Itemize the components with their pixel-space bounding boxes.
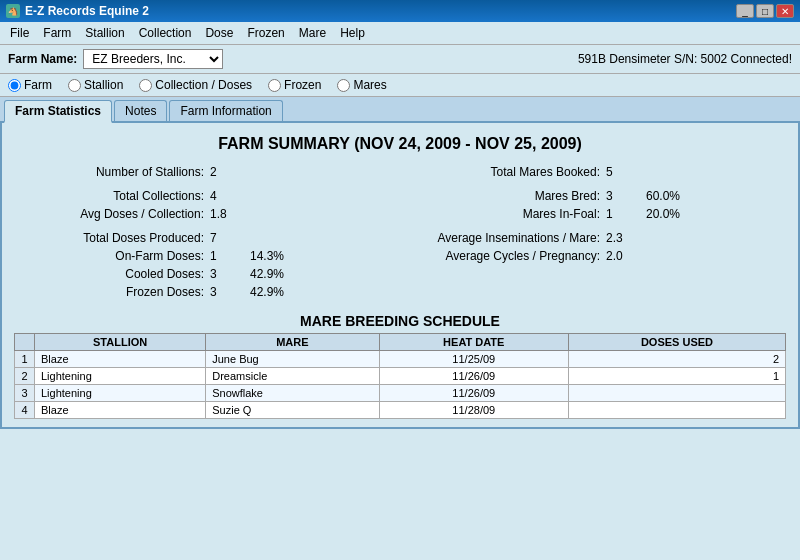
summary-title: FARM SUMMARY (NOV 24, 2009 - NOV 25, 200…: [14, 135, 786, 153]
cell-row-num: 2: [15, 368, 35, 385]
schedule-title: MARE BREEDING SCHEDULE: [14, 313, 786, 329]
cell-stallion: Lightening: [35, 368, 206, 385]
stats-section: Number of Stallions: 2 Total Collections…: [14, 165, 786, 303]
status-text: 591B Densimeter S/N: 5002 Connected!: [578, 52, 792, 66]
stat-total-mares-booked: Total Mares Booked: 5: [410, 165, 786, 179]
menu-mare[interactable]: Mare: [293, 24, 332, 42]
window-controls: _ □ ✕: [736, 4, 794, 18]
menu-farm[interactable]: Farm: [37, 24, 77, 42]
stat-on-farm-doses: On-Farm Doses: 1 14.3%: [14, 249, 390, 263]
table-row: 1 Blaze June Bug 11/25/09 2: [15, 351, 786, 368]
content-area: FARM SUMMARY (NOV 24, 2009 - NOV 25, 200…: [0, 123, 800, 429]
stat-number-of-stallions: Number of Stallions: 2: [14, 165, 390, 179]
cell-stallion: Lightening: [35, 385, 206, 402]
cell-stallion: Blaze: [35, 402, 206, 419]
tab-bar: Farm Statistics Notes Farm Information: [0, 97, 800, 123]
farm-name-label: Farm Name:: [8, 52, 77, 66]
cell-row-num: 1: [15, 351, 35, 368]
stat-cooled-doses: Cooled Doses: 3 42.9%: [14, 267, 390, 281]
col-heat-date: HEAT DATE: [379, 334, 568, 351]
radio-collection-doses[interactable]: Collection / Doses: [139, 78, 252, 92]
col-stallion: STALLION: [35, 334, 206, 351]
col-mare: MARE: [206, 334, 379, 351]
toolbar: Farm Name: EZ Breeders, Inc. 591B Densim…: [0, 45, 800, 74]
cell-row-num: 4: [15, 402, 35, 419]
breeding-schedule-table: STALLION MARE HEAT DATE DOSES USED 1 Bla…: [14, 333, 786, 419]
cell-heat-date: 11/26/09: [379, 368, 568, 385]
tab-farm-information[interactable]: Farm Information: [169, 100, 282, 121]
cell-row-num: 3: [15, 385, 35, 402]
minimize-button[interactable]: _: [736, 4, 754, 18]
cell-doses-used: 1: [568, 368, 785, 385]
cell-mare: Suzie Q: [206, 402, 379, 419]
title-bar: 🐴 E-Z Records Equine 2 _ □ ✕: [0, 0, 800, 22]
radio-bar: Farm Stallion Collection / Doses Frozen …: [0, 74, 800, 97]
farm-select[interactable]: EZ Breeders, Inc.: [83, 49, 223, 69]
radio-stallion[interactable]: Stallion: [68, 78, 123, 92]
maximize-button[interactable]: □: [756, 4, 774, 18]
app-icon: 🐴: [6, 4, 20, 18]
radio-mares[interactable]: Mares: [337, 78, 386, 92]
col-num: [15, 334, 35, 351]
stat-avg-inseminations: Average Inseminations / Mare: 2.3: [410, 231, 786, 245]
app-title: E-Z Records Equine 2: [25, 4, 149, 18]
stat-avg-cycles-pregnancy: Average Cycles / Pregnancy: 2.0: [410, 249, 786, 263]
col-doses-used: DOSES USED: [568, 334, 785, 351]
cell-doses-used: [568, 385, 785, 402]
menu-file[interactable]: File: [4, 24, 35, 42]
stat-mares-in-foal: Mares In-Foal: 1 20.0%: [410, 207, 786, 221]
radio-farm[interactable]: Farm: [8, 78, 52, 92]
menu-collection[interactable]: Collection: [133, 24, 198, 42]
cell-doses-used: 2: [568, 351, 785, 368]
cell-heat-date: 11/26/09: [379, 385, 568, 402]
tab-notes[interactable]: Notes: [114, 100, 167, 121]
cell-stallion: Blaze: [35, 351, 206, 368]
stat-avg-doses-collection: Avg Doses / Collection: 1.8: [14, 207, 390, 221]
stat-frozen-doses: Frozen Doses: 3 42.9%: [14, 285, 390, 299]
cell-heat-date: 11/28/09: [379, 402, 568, 419]
cell-heat-date: 11/25/09: [379, 351, 568, 368]
cell-mare: Dreamsicle: [206, 368, 379, 385]
radio-frozen[interactable]: Frozen: [268, 78, 321, 92]
cell-mare: June Bug: [206, 351, 379, 368]
menu-bar: File Farm Stallion Collection Dose Froze…: [0, 22, 800, 45]
table-row: 4 Blaze Suzie Q 11/28/09: [15, 402, 786, 419]
stat-mares-bred: Mares Bred: 3 60.0%: [410, 189, 786, 203]
menu-help[interactable]: Help: [334, 24, 371, 42]
menu-stallion[interactable]: Stallion: [79, 24, 130, 42]
table-row: 2 Lightening Dreamsicle 11/26/09 1: [15, 368, 786, 385]
cell-mare: Snowflake: [206, 385, 379, 402]
menu-frozen[interactable]: Frozen: [241, 24, 290, 42]
stat-total-collections: Total Collections: 4: [14, 189, 390, 203]
menu-dose[interactable]: Dose: [199, 24, 239, 42]
close-button[interactable]: ✕: [776, 4, 794, 18]
table-row: 3 Lightening Snowflake 11/26/09: [15, 385, 786, 402]
cell-doses-used: [568, 402, 785, 419]
stat-total-doses-produced: Total Doses Produced: 7: [14, 231, 390, 245]
tab-statistics[interactable]: Farm Statistics: [4, 100, 112, 123]
